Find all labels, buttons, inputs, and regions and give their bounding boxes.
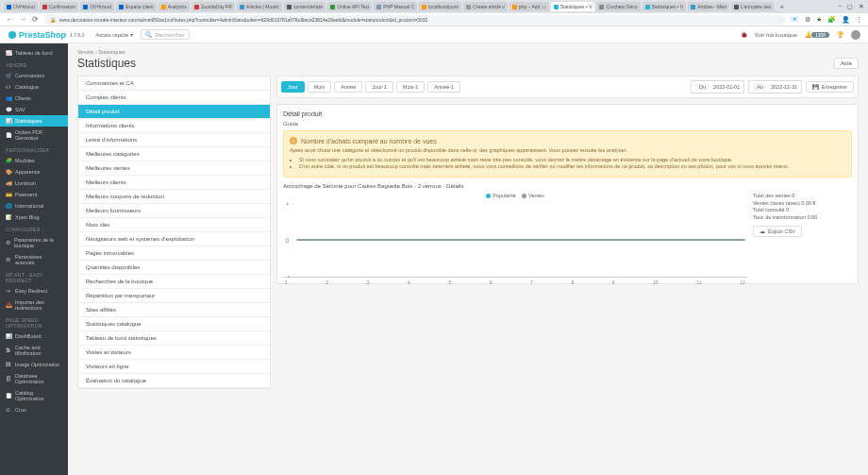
nav-forward-icon[interactable]: → <box>19 15 26 24</box>
submenu-item[interactable]: Meilleurs fournisseurs <box>78 204 270 218</box>
sidebar-item[interactable]: 📝Xpert Blog <box>0 212 68 223</box>
submenu-item[interactable]: Navigateurs web et systèmes d'exploitati… <box>78 232 270 246</box>
nav-reload-icon[interactable]: ⟳ <box>32 15 39 24</box>
date-from[interactable]: Du2022-01-01 <box>691 80 744 93</box>
browser-tab[interactable]: Espace client <box>116 2 157 11</box>
submenu-item[interactable]: Visiteurs en ligne <box>78 360 270 374</box>
submenu-item[interactable]: Meilleurs coupons de réduction <box>78 190 270 204</box>
browser-tab[interactable]: Crochets Déco <box>596 2 640 11</box>
chart-stats: Total des ventes 0 Ventes (taxes taxes) … <box>753 193 852 278</box>
sidebar-item[interactable]: 🖼Image Optimization <box>0 359 68 370</box>
sidebar-item[interactable]: 💬SAV <box>0 104 68 115</box>
view-shop-link[interactable]: Voir ma boutique <box>755 32 797 38</box>
sidebar-item[interactable]: 📥Importer des redirections <box>0 297 68 314</box>
sidebar-item[interactable]: ↪Easy Redirect <box>0 285 68 297</box>
submenu-item[interactable]: Recherches de la boutique <box>78 275 270 289</box>
export-csv-button[interactable]: ☁Export CSV <box>753 226 802 237</box>
browser-tab[interactable]: OVHcloud <box>80 2 114 11</box>
trophy-icon[interactable]: 🏆 <box>837 31 843 38</box>
breadcrumb: Vendre › Statistiques <box>77 49 859 55</box>
submenu-item[interactable]: Mots clés <box>78 218 270 232</box>
browser-tab[interactable]: Create article v <box>463 2 508 11</box>
browser-tab[interactable]: Statistiques • V <box>551 2 595 11</box>
sidebar-item[interactable]: 🚚Livraison <box>0 178 68 189</box>
save-button[interactable]: 💾Enregistrer <box>806 81 854 93</box>
browser-tab[interactable]: L'annuaire des <box>731 2 775 11</box>
sidebar-item[interactable]: 🗜Cache and Minification <box>0 342 68 359</box>
ext-icon[interactable]: 📧 <box>791 16 799 24</box>
period-button[interactable]: Jour-1 <box>365 81 393 93</box>
quick-access[interactable]: Accès rapide ▾ <box>95 31 132 38</box>
menu-icon: 🧩 <box>6 158 11 163</box>
url-input[interactable]: 🔒www.decoration-murale-interieur.com/adm… <box>44 15 785 25</box>
sidebar-item[interactable]: 🧩Modules <box>0 155 68 166</box>
menu-icon: ↪ <box>6 288 11 294</box>
period-button[interactable]: Année-1 <box>427 81 460 93</box>
submenu-item[interactable]: Tableau de bord statistiques <box>78 331 270 346</box>
sidebar-item[interactable]: 🌐International <box>0 200 68 212</box>
header-search[interactable]: 🔍 Rechercher <box>141 29 190 40</box>
browser-tab[interactable]: Analytics <box>159 2 190 11</box>
browser-tab[interactable]: PHP Manual C <box>374 2 417 11</box>
submenu-item[interactable]: Informations clients <box>78 119 270 133</box>
browser-tab[interactable]: Confirmation <box>40 2 78 11</box>
submenu-item[interactable]: Lettre d'informations <box>78 133 270 147</box>
window-maximize[interactable]: ◻ <box>847 3 853 10</box>
help-button[interactable]: Aide <box>834 58 859 69</box>
avatar[interactable] <box>851 30 860 40</box>
debug-icon[interactable]: 🐞 <box>741 31 747 38</box>
browser-tab[interactable]: Online API Test <box>327 2 372 11</box>
sidebar-item[interactable]: 👥Clients <box>0 93 68 104</box>
submenu-item[interactable]: Commandes et CA <box>78 76 270 91</box>
browser-tab[interactable]: JoomlaDay FR <box>192 2 235 11</box>
period-button[interactable]: Jour <box>281 81 305 93</box>
period-button[interactable]: Mois <box>308 81 332 93</box>
submenu-item[interactable]: Comptes clients <box>78 91 270 105</box>
sidebar-dashboard[interactable]: 📈Tableau de bord <box>0 47 68 59</box>
menu-icon: 📊 <box>6 333 11 339</box>
date-to[interactable]: Au2022-12-31 <box>748 80 802 93</box>
submenu-item[interactable]: Évaluation du catalogue <box>78 374 270 388</box>
sidebar-item[interactable]: 🏷Catalogue <box>0 81 68 93</box>
sidebar-item[interactable]: 💳Paiement <box>0 189 68 200</box>
sidebar-item[interactable]: 🎨Apparence <box>0 166 68 178</box>
ext-icon[interactable]: 🧩 <box>827 16 836 24</box>
browser-tab[interactable]: Articles - Méd <box>688 2 729 11</box>
browser-tab[interactable]: Statistiques • V <box>643 2 687 11</box>
submenu-item[interactable]: Pages introuvables <box>78 246 270 261</box>
submenu-item[interactable]: Répartition par transporteur <box>78 289 270 303</box>
sidebar-item[interactable]: 📑Catalog Optimization <box>0 387 68 404</box>
submenu-item[interactable]: Meilleures catégories <box>78 147 270 161</box>
sidebar-item[interactable]: 🛒Commandes <box>0 70 68 81</box>
submenu-item[interactable]: Statistiques catalogue <box>78 317 270 331</box>
submenu-item[interactable]: Meilleures ventes <box>78 161 270 176</box>
window-close[interactable]: ✕ <box>859 3 864 10</box>
sidebar-item[interactable]: ⚙Paramètres de la boutique <box>0 234 68 251</box>
new-tab-button[interactable]: + <box>779 3 784 11</box>
profile-icon[interactable]: 👤 <box>842 16 850 24</box>
browser-tab[interactable]: content/article <box>284 2 326 11</box>
submenu-item[interactable]: Visites et visiteurs <box>78 346 270 360</box>
sidebar-item[interactable]: ⚙Paramètres avancés <box>0 251 68 268</box>
ext-icon[interactable]: ⚙ <box>805 16 810 24</box>
submenu-item[interactable]: Quantités disponibles <box>78 261 270 275</box>
period-button[interactable]: Année <box>334 81 362 93</box>
submenu-item[interactable]: Meilleurs clients <box>78 176 270 190</box>
browser-tab[interactable]: php – Add ↕↕ <box>509 2 549 11</box>
browser-tab[interactable]: Articles | Mootic <box>237 2 282 11</box>
browser-tab[interactable]: OVHcloud <box>4 2 38 11</box>
sidebar-item[interactable]: 📊DashBoard <box>0 331 68 342</box>
sidebar-item[interactable]: 📄Orders PDF Generator <box>0 127 68 144</box>
nav-back-icon[interactable]: ← <box>6 15 13 24</box>
sidebar-item[interactable]: 📊Statistiques <box>0 115 68 127</box>
sidebar-item[interactable]: 🗄Database Optimization <box>0 370 68 387</box>
menu-icon[interactable]: ⋮ <box>856 16 862 24</box>
notif-icon[interactable]: 🔔1358 <box>805 31 829 38</box>
browser-tab[interactable]: localhost/joom <box>419 2 461 11</box>
period-button[interactable]: Mois-1 <box>396 81 426 93</box>
window-minimize[interactable]: − <box>838 3 842 10</box>
sidebar-item[interactable]: ⏱Cron <box>0 404 68 416</box>
submenu-item[interactable]: Détail produit <box>78 105 270 119</box>
submenu-item[interactable]: Sites affiliés <box>78 303 270 317</box>
ext-icon[interactable]: ★ <box>816 16 822 24</box>
